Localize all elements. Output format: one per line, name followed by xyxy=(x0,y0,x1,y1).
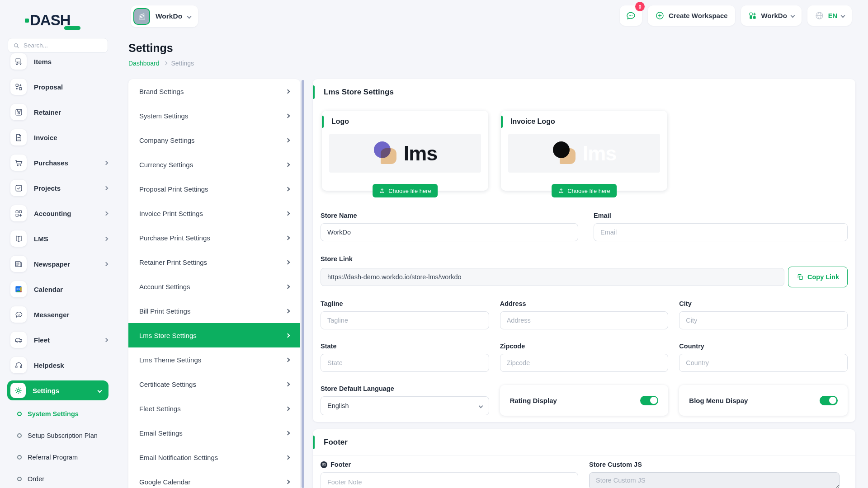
lms-invoice-logo-icon xyxy=(552,141,577,165)
invoice-logo-preview: lms xyxy=(508,134,660,173)
settings-menu-item-certificate-settings[interactable]: Certificate Settings xyxy=(128,372,300,396)
sidebar: DASH Items Proposal Retainer Invoice Pur… xyxy=(0,0,116,488)
email-input[interactable] xyxy=(594,223,848,241)
main-content: Lms Store Settings Logo lms Choose file … xyxy=(313,79,855,488)
email-label: Email xyxy=(594,212,848,219)
sidebar-item-settings[interactable]: Settings xyxy=(7,380,108,400)
sidebar-item-retainer[interactable]: Retainer xyxy=(0,99,116,125)
city-input[interactable] xyxy=(679,311,848,329)
chevron-right-icon xyxy=(104,262,108,266)
settings-menu-item-brand-settings[interactable]: Brand Settings xyxy=(128,79,300,103)
settings-menu-item-lms-theme-settings[interactable]: Lms Theme Settings xyxy=(128,347,300,372)
settings-menu-item-fleet-settings[interactable]: Fleet Settings xyxy=(128,396,300,421)
chevron-right-icon xyxy=(104,338,108,342)
sidebar-subitem-order[interactable]: Order xyxy=(0,468,116,488)
sidebar-item-items[interactable]: Items xyxy=(0,49,116,74)
page-title: Settings xyxy=(128,42,194,55)
store-link-input[interactable] xyxy=(321,268,784,286)
car-icon xyxy=(10,332,27,348)
chevron-right-icon xyxy=(286,260,290,264)
invoice-logo-card-title: Invoice Logo xyxy=(510,117,555,126)
chevron-right-icon xyxy=(286,138,290,142)
sidebar-item-calendar[interactable]: 31 Calendar xyxy=(0,277,116,302)
settings-menu-item-purchase-print-settings[interactable]: Purchase Print Settings xyxy=(128,225,300,250)
country-input[interactable] xyxy=(679,354,848,372)
settings-menu-item-invoice-print-settings[interactable]: Invoice Print Settings xyxy=(128,201,300,225)
create-workspace-button[interactable]: Create Workspace xyxy=(648,5,735,26)
app-logo[interactable]: DASH xyxy=(30,12,116,29)
sidebar-subitem-referral-program[interactable]: Referral Program xyxy=(0,446,116,468)
search-input[interactable] xyxy=(24,42,104,49)
settings-menu-item-system-settings[interactable]: System Settings xyxy=(128,103,300,128)
sidebar-item-helpdesk[interactable]: Helpdesk xyxy=(0,352,116,378)
bullet-icon xyxy=(17,455,22,460)
settings-menu-item-account-settings[interactable]: Account Settings xyxy=(128,274,300,299)
settings-menu-item-proposal-print-settings[interactable]: Proposal Print Settings xyxy=(128,177,300,201)
sidebar-subitem-setup-subscription-plan[interactable]: Setup Subscription Plan xyxy=(0,425,116,446)
settings-menu-item-google-calendar[interactable]: Google Calendar xyxy=(128,469,300,488)
workspace-menu-label: WorkDo xyxy=(761,12,787,19)
sidebar-item-messenger[interactable]: Messenger xyxy=(0,302,116,327)
choose-file-button[interactable]: Choose file here xyxy=(373,184,438,197)
lms-logo-icon xyxy=(373,141,398,165)
chevron-right-icon xyxy=(104,211,108,216)
sidebar-item-lms[interactable]: LMS xyxy=(0,226,116,251)
sidebar-menu: Items Proposal Retainer Invoice Purchase… xyxy=(0,49,116,488)
footer-note-input[interactable] xyxy=(321,472,578,488)
workspace-switcher[interactable]: WorkDo xyxy=(131,5,198,27)
search-icon xyxy=(13,42,20,49)
blog-menu-display-label: Blog Menu Dispay xyxy=(689,397,748,404)
circle-plus-icon xyxy=(655,11,665,20)
state-input[interactable] xyxy=(321,354,489,372)
chat-button[interactable]: 0 xyxy=(620,5,642,26)
chevron-down-icon xyxy=(98,388,102,393)
sidebar-item-projects[interactable]: Projects xyxy=(0,175,116,201)
footer-note-label: Footer xyxy=(330,461,351,468)
blog-menu-display-toggle[interactable] xyxy=(820,396,838,405)
rating-display-toggle[interactable] xyxy=(640,396,658,405)
chevron-right-icon xyxy=(286,162,290,167)
sidebar-item-invoice[interactable]: Invoice xyxy=(0,125,116,150)
chevron-right-icon xyxy=(163,61,167,65)
chevron-down-icon xyxy=(841,14,845,18)
address-input[interactable] xyxy=(500,311,669,329)
chevron-right-icon xyxy=(286,333,290,338)
sidebar-item-accounting[interactable]: Accounting xyxy=(0,201,116,226)
workspace-menu-button[interactable]: WorkDo xyxy=(741,5,802,26)
chevron-right-icon xyxy=(286,113,290,118)
book-icon xyxy=(10,230,27,247)
store-link-row: Store Link Copy Link xyxy=(321,255,848,287)
lms-invoice-logo-text: lms xyxy=(583,143,617,164)
settings-list-scrollbar[interactable] xyxy=(302,80,304,488)
settings-menu-item-email-notification-settings[interactable]: Email Notification Settings xyxy=(128,445,300,469)
choose-file-button[interactable]: Choose file here xyxy=(552,184,617,197)
rating-display-tile: Rating Display xyxy=(500,385,669,416)
lms-logo-text: lms xyxy=(404,143,438,164)
settings-menu-item-bill-print-settings[interactable]: Bill Print Settings xyxy=(128,299,300,323)
settings-menu-item-currency-settings[interactable]: Currency Settings xyxy=(128,152,300,177)
store-custom-js-textarea[interactable] xyxy=(589,472,840,488)
logo-cards-row: Logo lms Choose file here Invoice Logo xyxy=(322,111,848,191)
language-selector[interactable]: EN xyxy=(807,5,852,26)
sidebar-item-purchases[interactable]: Purchases xyxy=(0,150,116,175)
store-name-input[interactable] xyxy=(321,223,578,241)
sidebar-item-proposal[interactable]: Proposal xyxy=(0,74,116,99)
breadcrumb-dashboard-link[interactable]: Dashboard xyxy=(128,60,160,67)
chevron-right-icon xyxy=(104,186,108,190)
copy-link-button[interactable]: Copy Link xyxy=(788,267,848,287)
sidebar-item-newspaper[interactable]: Newspaper xyxy=(0,251,116,277)
tagline-input[interactable] xyxy=(321,311,489,329)
settings-menu-item-lms-store-settings[interactable]: Lms Store Settings xyxy=(128,323,300,347)
chevron-down-icon xyxy=(187,14,192,19)
accounting-icon xyxy=(10,205,27,221)
store-default-language-select[interactable]: English xyxy=(321,396,489,415)
zipcode-input[interactable] xyxy=(500,354,669,372)
items-icon xyxy=(10,53,27,70)
settings-menu-item-retainer-print-settings[interactable]: Retainer Print Settings xyxy=(128,250,300,274)
sidebar-item-fleet[interactable]: Fleet xyxy=(0,327,116,352)
settings-menu-item-company-settings[interactable]: Company Settings xyxy=(128,128,300,152)
chevron-right-icon xyxy=(286,187,290,191)
settings-menu-item-email-settings[interactable]: Email Settings xyxy=(128,421,300,445)
footer-panel-title: Footer xyxy=(324,438,348,447)
sidebar-subitem-system-settings[interactable]: System Settings xyxy=(0,403,116,425)
